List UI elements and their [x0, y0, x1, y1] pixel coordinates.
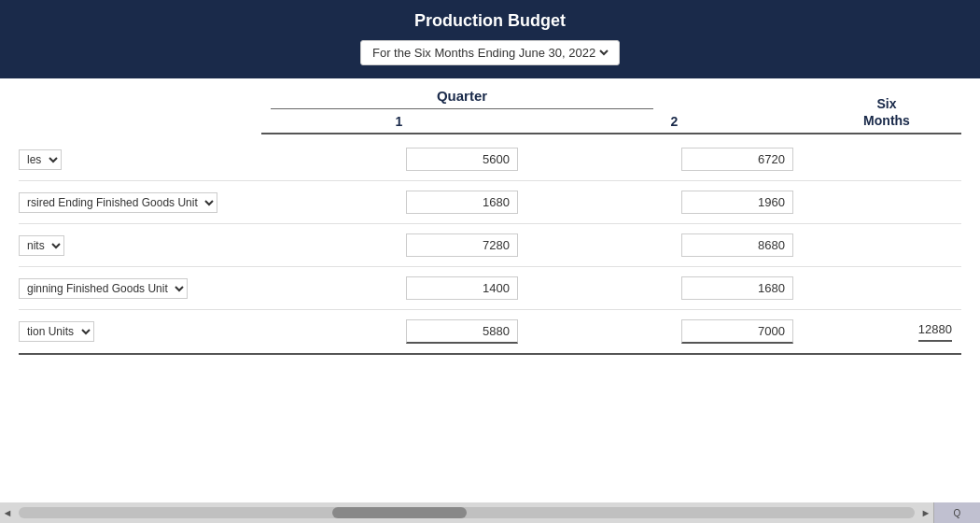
row-data-3	[261, 276, 812, 300]
row-label-0: les	[19, 149, 261, 170]
table-row: tion Units 12880	[19, 310, 961, 355]
header: Production Budget For the Six Months End…	[0, 0, 980, 78]
row-data-2	[261, 233, 812, 257]
row-label-1: rsired Ending Finished Goods Unit	[19, 192, 261, 213]
row-dropdown-1[interactable]: rsired Ending Finished Goods Unit	[19, 192, 217, 213]
six-months-value-4: 12880	[918, 322, 952, 342]
row-label-2: nits	[19, 235, 261, 256]
table-row: les	[19, 138, 961, 181]
horizontal-scrollbar[interactable]: ◄ ► Q	[0, 502, 980, 523]
row-dropdown-0[interactable]: les	[19, 149, 62, 170]
row-data-0	[261, 148, 812, 171]
row-data-4	[261, 319, 812, 344]
q2-cell-0	[537, 148, 812, 171]
q2-cell-2	[537, 233, 812, 257]
scrollbar-track[interactable]	[19, 507, 915, 518]
main-container: Production Budget For the Six Months End…	[0, 0, 980, 523]
period-selector[interactable]: For the Six Months Ending June 30, 2022	[360, 40, 620, 65]
q2-cell-4	[537, 319, 812, 344]
scroll-corner: Q	[933, 502, 980, 523]
row-label-4: tion Units	[19, 321, 261, 342]
q2-input-2[interactable]	[681, 233, 793, 257]
row-dropdown-3[interactable]: ginning Finished Goods Unit	[19, 278, 188, 299]
period-dropdown[interactable]: For the Six Months Ending June 30, 2022	[369, 45, 611, 61]
scrollbar-thumb[interactable]	[332, 507, 467, 518]
quarter-label: Quarter	[271, 88, 653, 109]
q1-cell-2	[261, 233, 537, 257]
q1-cell-3	[261, 276, 537, 300]
q2-cell-1	[537, 191, 812, 214]
q2-input-0[interactable]	[681, 148, 793, 171]
col1-header: 1	[261, 114, 537, 134]
q1-cell-1	[261, 191, 537, 214]
q2-input-1[interactable]	[681, 191, 793, 214]
table-row: nits	[19, 224, 961, 267]
q1-input-4[interactable]	[406, 319, 518, 344]
q1-cell-0	[261, 148, 537, 171]
six-months-header: Six Months	[812, 95, 961, 134]
table-row: rsired Ending Finished Goods Unit	[19, 181, 961, 224]
six-months-cell-4: 12880	[812, 322, 961, 342]
row-data-1	[261, 191, 812, 214]
q1-input-2[interactable]	[406, 233, 518, 257]
page-title: Production Budget	[19, 11, 961, 31]
q2-cell-3	[537, 276, 812, 300]
row-label-3: ginning Finished Goods Unit	[19, 278, 261, 299]
budget-rows: les rsired Ending Finished Goods Unit	[0, 138, 980, 502]
q1-input-3[interactable]	[406, 276, 518, 300]
table-row: ginning Finished Goods Unit	[19, 267, 961, 310]
q1-input-1[interactable]	[406, 191, 518, 214]
q2-input-4[interactable]	[681, 319, 793, 344]
q1-input-0[interactable]	[406, 148, 518, 171]
row-dropdown-4[interactable]: tion Units	[19, 321, 94, 342]
q2-input-3[interactable]	[681, 276, 793, 300]
q1-cell-4	[261, 319, 537, 344]
col2-header: 2	[537, 114, 812, 134]
row-dropdown-2[interactable]: nits	[19, 235, 64, 256]
